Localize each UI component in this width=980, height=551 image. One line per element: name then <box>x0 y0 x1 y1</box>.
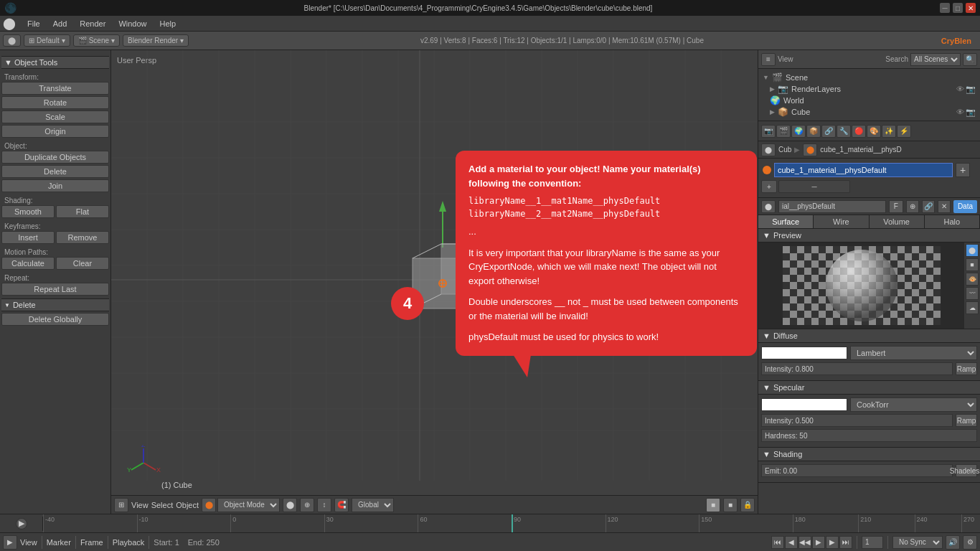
scene-tree-item[interactable]: ▼ 🎬 Scene <box>761 72 977 83</box>
specular-intensity-slider[interactable]: Intensity: 0.500 <box>761 414 953 427</box>
mat-line-btn[interactable]: ─ <box>778 180 850 193</box>
material-name-input[interactable] <box>774 163 953 177</box>
prop-texture-icon[interactable]: 🎨 <box>867 125 881 138</box>
close-button[interactable]: ✕ <box>966 3 976 13</box>
prop-world-icon[interactable]: 🌍 <box>791 125 806 138</box>
menu-file[interactable]: File <box>22 18 46 29</box>
join-button[interactable]: Join <box>1 179 109 192</box>
tab-halo[interactable]: Halo <box>925 215 980 228</box>
cube-eye[interactable]: 👁 <box>956 108 964 117</box>
jump-end-btn[interactable]: ⏭ <box>839 536 852 549</box>
minimize-button[interactable]: ─ <box>940 3 950 13</box>
flat-button[interactable]: Flat <box>56 205 109 218</box>
maximize-button[interactable]: □ <box>953 3 963 13</box>
view-menu[interactable]: View <box>131 501 149 509</box>
prop-physics-icon[interactable]: ⚡ <box>897 125 911 138</box>
pivot-btn[interactable]: ⊕ <box>300 498 314 512</box>
all-scenes-dropdown[interactable]: All Scenes <box>910 53 961 66</box>
prop-object-icon[interactable]: 📦 <box>806 125 821 138</box>
playback-menu-btn[interactable]: Playback <box>113 538 145 547</box>
delete-section-header[interactable]: ▼ Delete <box>1 298 109 311</box>
breadcrumb-cub[interactable]: Cub <box>778 146 791 154</box>
render-layers-eye[interactable]: 👁 <box>956 85 964 94</box>
repeat-last-button[interactable]: Repeat Last <box>1 283 109 296</box>
duplicate-objects-button[interactable]: Duplicate Objects <box>1 151 109 164</box>
view-label[interactable]: View <box>778 55 883 63</box>
hardness-slider[interactable]: Hardness: 50 <box>761 429 977 442</box>
delete-globally-button[interactable]: Delete Globally <box>1 313 109 326</box>
smooth-button[interactable]: Smooth <box>1 205 55 218</box>
audio-btn[interactable]: 🔊 <box>946 535 960 550</box>
specular-color-swatch[interactable] <box>761 398 847 411</box>
cryblen-label[interactable]: CryBlen <box>936 35 977 47</box>
play-reverse-btn[interactable]: ◀◀ <box>798 536 811 549</box>
clear-button[interactable]: Clear <box>56 257 109 270</box>
menu-help[interactable]: Help <box>154 18 182 29</box>
marker-menu-btn[interactable]: Marker <box>47 538 71 547</box>
menu-window[interactable]: Window <box>113 18 152 29</box>
shadeless-checkbox[interactable]: Shadeless <box>956 464 977 477</box>
translate-button[interactable]: Translate <box>1 82 109 95</box>
viewport[interactable]: User Persp <box>111 50 758 495</box>
data-x-btn[interactable]: ✕ <box>938 200 951 213</box>
snap-btn[interactable]: 🧲 <box>334 498 349 512</box>
mat-add-new-btn[interactable]: + <box>761 180 777 193</box>
search-label[interactable]: Search <box>885 55 908 63</box>
cube-item[interactable]: ▶ 📦 Cube 👁 📷 <box>761 106 977 118</box>
preview-sphere-btn[interactable]: ⬤ <box>966 244 979 257</box>
viewport-shading-btn[interactable]: ⬤ <box>283 498 297 512</box>
prop-scene-icon[interactable]: 🎬 <box>776 125 791 138</box>
select-menu[interactable]: Select <box>151 501 174 509</box>
remove-button[interactable]: Remove <box>56 231 109 244</box>
prop-constraints-icon[interactable]: 🔗 <box>821 125 836 138</box>
manipulator-btn[interactable]: ↕ <box>317 498 331 512</box>
lock-btn[interactable]: 🔒 <box>740 498 755 512</box>
scene-badge[interactable]: 🎬 Scene ▾ <box>73 34 120 47</box>
diffuse-shader-dropdown[interactable]: Lambert <box>850 346 977 360</box>
rotate-button[interactable]: Rotate <box>1 96 109 109</box>
diffuse-color-swatch[interactable] <box>761 347 847 359</box>
layer-btn-2[interactable]: ■ <box>723 498 738 512</box>
data-name-input[interactable] <box>778 200 886 213</box>
specular-ramp-checkbox[interactable]: Ramp <box>956 414 977 427</box>
sync-mode-dropdown[interactable]: No Sync <box>892 536 943 549</box>
insert-button[interactable]: Insert <box>1 231 55 244</box>
settings-btn[interactable]: ⚙ <box>963 535 977 550</box>
prop-particles-icon[interactable]: ✨ <box>882 125 896 138</box>
mat-plus-button[interactable]: + <box>956 163 970 177</box>
menu-render[interactable]: Render <box>74 18 111 29</box>
object-tools-header[interactable]: ▼ Object Tools <box>1 56 109 69</box>
preview-monkey-btn[interactable]: 🐵 <box>966 273 979 286</box>
calculate-button[interactable]: Calculate <box>1 257 55 270</box>
prop-render-icon[interactable]: 📷 <box>761 125 776 138</box>
diffuse-intensity-slider[interactable]: Intensity: 0.800 <box>761 362 953 375</box>
prev-frame-btn[interactable]: ◀ <box>785 536 798 549</box>
timeline-playhead[interactable] <box>512 514 513 532</box>
preview-hair-btn[interactable]: 〰 <box>966 287 979 300</box>
tab-surface[interactable]: Surface <box>758 215 814 228</box>
render-layers-item[interactable]: ▶ 📷 RenderLayers 👁 📷 <box>761 83 977 95</box>
cube-render[interactable]: 📷 <box>966 108 976 117</box>
timeline-mode-btn[interactable]: ▶ <box>3 535 17 550</box>
search-icon[interactable]: 🔍 <box>963 53 977 66</box>
play-btn[interactable]: ▶ <box>812 536 825 549</box>
layer-btn-1[interactable]: ■ <box>706 498 720 512</box>
prop-modifiers-icon[interactable]: 🔧 <box>837 125 851 138</box>
transform-space-dropdown[interactable]: Global <box>352 498 394 512</box>
mode-dropdown[interactable]: Object Mode <box>217 498 280 512</box>
frame-menu-btn[interactable]: Frame <box>80 538 103 547</box>
view-menu-btn[interactable]: View <box>20 538 37 547</box>
object-mode-selector[interactable]: ⬤ Object Mode <box>202 498 280 512</box>
timeline-mode-icon[interactable]: ▶ <box>16 518 27 529</box>
current-frame-input[interactable] <box>862 536 883 549</box>
emit-slider[interactable]: Emit: 0.00 <box>761 464 953 477</box>
specular-shader-dropdown[interactable]: CookTorr <box>850 397 977 412</box>
tab-volume[interactable]: Volume <box>870 215 925 228</box>
data-link-btn[interactable]: 🔗 <box>922 200 935 213</box>
preview-header[interactable]: ▼ Preview <box>758 229 980 242</box>
preview-sky-btn[interactable]: ☁ <box>966 301 979 314</box>
engine-badge[interactable]: Blender Render ▾ <box>123 34 189 47</box>
diffuse-header[interactable]: ▼ Diffuse <box>758 329 980 343</box>
jump-start-btn[interactable]: ⏮ <box>771 536 784 549</box>
scale-button[interactable]: Scale <box>1 110 109 123</box>
